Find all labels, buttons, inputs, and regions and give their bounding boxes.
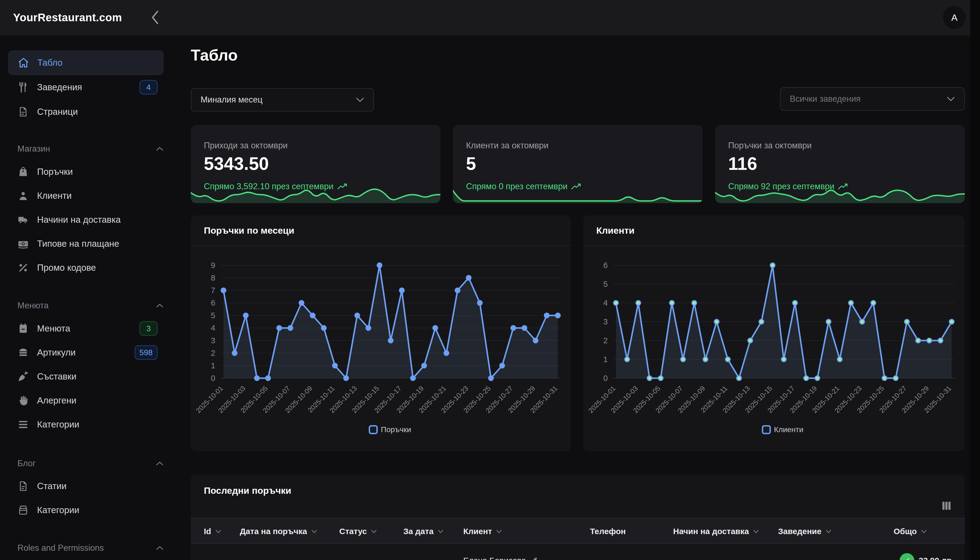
stat-label: Клиенти за октомври bbox=[466, 141, 549, 150]
svg-text:3: 3 bbox=[603, 317, 608, 326]
sidebar-item-label: Съставки bbox=[37, 371, 76, 382]
stat-value: 5 bbox=[466, 153, 476, 174]
chevron-down-icon bbox=[356, 97, 364, 102]
sidebar-item-venues[interactable]: Заведения 4 bbox=[8, 75, 163, 100]
svg-text:3: 3 bbox=[211, 336, 215, 345]
sidebar-item-categories[interactable]: Категории bbox=[8, 412, 163, 437]
section-title: Менюта bbox=[17, 301, 48, 310]
svg-text:1: 1 bbox=[211, 361, 215, 370]
sidebar-item-label: Страници bbox=[37, 107, 78, 117]
period-select[interactable]: Миналия месец bbox=[191, 88, 374, 112]
chevron-down-icon bbox=[826, 530, 831, 533]
sidebar-item-label: Заведения bbox=[37, 82, 82, 92]
sidebar-item-label: Алергени bbox=[37, 395, 76, 406]
recent-orders-card: Последни поръчки Id Дата на поръчка Стат… bbox=[191, 474, 965, 560]
column-header-status[interactable]: Статус bbox=[339, 518, 377, 544]
column-header-for-date[interactable]: За дата bbox=[403, 518, 443, 544]
feather-icon bbox=[530, 557, 539, 560]
orders-chart-card: Поръчки по месеци 01234567892025-10-0120… bbox=[191, 215, 571, 451]
sidebar-item-label: Статии bbox=[37, 481, 67, 491]
chevron-up-icon bbox=[156, 147, 163, 151]
venue-select-value: Всички заведения bbox=[790, 94, 861, 104]
chevron-up-icon bbox=[156, 303, 163, 308]
stat-label: Приходи за октомври bbox=[204, 141, 288, 150]
venue-select[interactable]: Всички заведения bbox=[780, 87, 965, 111]
table-header-row: Id Дата на поръчка Статус За дата Клиент… bbox=[191, 518, 965, 543]
sidebar-item-menus[interactable]: Менюта 3 bbox=[8, 316, 163, 341]
chevron-down-icon bbox=[496, 530, 502, 533]
svg-text:0: 0 bbox=[603, 374, 608, 383]
svg-text:6: 6 bbox=[603, 261, 608, 270]
clients-sparkline bbox=[453, 186, 702, 203]
banknote-icon bbox=[17, 238, 29, 250]
sidebar-item-label: Типове на плащане bbox=[37, 238, 119, 249]
chevron-down-icon bbox=[371, 530, 377, 533]
svg-text:6: 6 bbox=[211, 298, 215, 307]
sidebar-item-label: Начини на доставка bbox=[37, 215, 121, 225]
sidebar-item-dashboard[interactable]: Табло bbox=[8, 50, 163, 75]
sidebar-section-menus[interactable]: Менюта bbox=[17, 301, 163, 310]
dashboard-page: YourRestaurant.com A Табло Заведения 4 bbox=[0, 0, 980, 560]
chevron-down-icon bbox=[216, 530, 221, 533]
sidebar-item-blog-categories[interactable]: Категории bbox=[8, 498, 163, 522]
sidebar-item-items[interactable]: Артикули 598 bbox=[8, 340, 163, 365]
column-header-total[interactable]: Общо bbox=[845, 518, 927, 544]
column-header-delivery-method[interactable]: Начин на доставка bbox=[673, 518, 759, 544]
chart-title: Клиенти bbox=[596, 225, 634, 236]
sidebar-item-label: Артикули bbox=[37, 347, 75, 358]
sidebar-item-label: Категории bbox=[37, 419, 79, 430]
sidebar-item-delivery-methods[interactable]: Начини на доставка bbox=[8, 207, 163, 232]
column-header-client[interactable]: Клиент bbox=[463, 518, 502, 544]
sidebar-item-orders[interactable]: Поръчки bbox=[8, 160, 163, 184]
sidebar-item-clients[interactable]: Клиенти bbox=[8, 183, 163, 208]
home-icon bbox=[18, 57, 29, 68]
sidebar-section-roles[interactable]: Roles and Permissions bbox=[17, 543, 163, 553]
svg-text:2: 2 bbox=[211, 349, 215, 357]
topbar: YourRestaurant.com A bbox=[0, 0, 980, 35]
svg-text:8: 8 bbox=[211, 273, 215, 282]
total-cell: ✓ 33.90 лв bbox=[900, 544, 952, 560]
column-header-order-date[interactable]: Дата на поръчка bbox=[240, 518, 317, 544]
user-avatar[interactable]: A bbox=[943, 6, 966, 29]
table-row[interactable]: Елена Борисова ✓ 33.90 лв bbox=[191, 544, 965, 560]
sidebar-item-payment-types[interactable]: Типове на плащане bbox=[8, 232, 163, 256]
sidebar-collapse-icon[interactable] bbox=[149, 9, 161, 26]
svg-text:Поръчки: Поръчки bbox=[381, 425, 411, 434]
sidebar-item-label: Табло bbox=[37, 58, 62, 68]
section-title: Roles and Permissions bbox=[17, 543, 104, 553]
carrot-icon bbox=[17, 371, 29, 382]
section-title: Магазин bbox=[17, 144, 50, 154]
orders-stat-card: Поръчки за октомври 116 Спрямо 92 през с… bbox=[715, 125, 965, 203]
clients-chart-card: Клиенти 01234562025-10-012025-10-032025-… bbox=[583, 215, 965, 451]
menu-board-icon bbox=[17, 323, 29, 334]
chevron-down-icon bbox=[311, 530, 317, 533]
scrollbar-track[interactable] bbox=[970, 0, 980, 560]
sidebar-section-blog[interactable]: Блог bbox=[17, 458, 163, 468]
column-header-phone: Телефон bbox=[590, 518, 626, 544]
sidebar-section-store[interactable]: Магазин bbox=[17, 144, 163, 154]
revenue-sparkline bbox=[191, 186, 440, 203]
sidebar-item-articles[interactable]: Статии bbox=[8, 474, 163, 498]
rows-icon bbox=[17, 419, 29, 430]
svg-text:4: 4 bbox=[603, 298, 608, 307]
sidebar-item-label: Категории bbox=[37, 505, 79, 515]
svg-text:5: 5 bbox=[211, 311, 215, 320]
clients-stat-card: Клиенти за октомври 5 Спрямо 0 през септ… bbox=[453, 125, 702, 203]
column-header-venue[interactable]: Заведение bbox=[778, 518, 831, 544]
columns-icon[interactable] bbox=[940, 500, 953, 512]
orders-sparkline bbox=[715, 186, 965, 203]
chevron-down-icon bbox=[438, 530, 443, 533]
sidebar-item-pages[interactable]: Страници bbox=[8, 100, 163, 124]
column-header-id[interactable]: Id bbox=[204, 518, 221, 544]
stat-value: 5343.50 bbox=[204, 153, 269, 174]
truck-icon bbox=[17, 214, 29, 225]
revenue-stat-card: Приходи за октомври 5343.50 Спрямо 3,592… bbox=[191, 125, 440, 203]
orders-by-day-chart: 01234567892025-10-012025-10-032025-10-05… bbox=[191, 246, 571, 451]
client-cell: Елена Борисова bbox=[463, 544, 539, 560]
sidebar-item-promo-codes[interactable]: Промо кодове bbox=[8, 255, 163, 280]
app-logo: YourRestaurant.com bbox=[13, 0, 122, 35]
sidebar-item-ingredients[interactable]: Съставки bbox=[8, 364, 163, 389]
archive-icon bbox=[17, 504, 29, 516]
sidebar-item-allergens[interactable]: Алергени bbox=[8, 388, 163, 413]
sidebar-item-label: Поръчки bbox=[37, 167, 73, 177]
